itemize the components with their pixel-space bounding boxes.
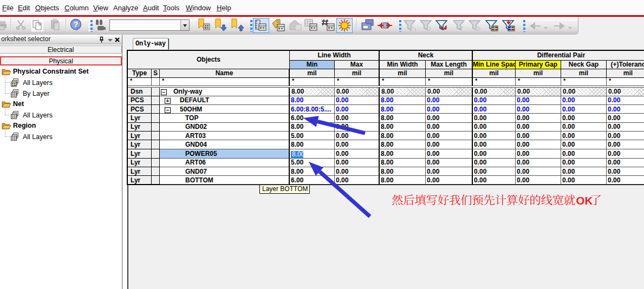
svg-text:OK: OK (576, 194, 593, 207)
svg-text:?: ? (74, 20, 79, 29)
